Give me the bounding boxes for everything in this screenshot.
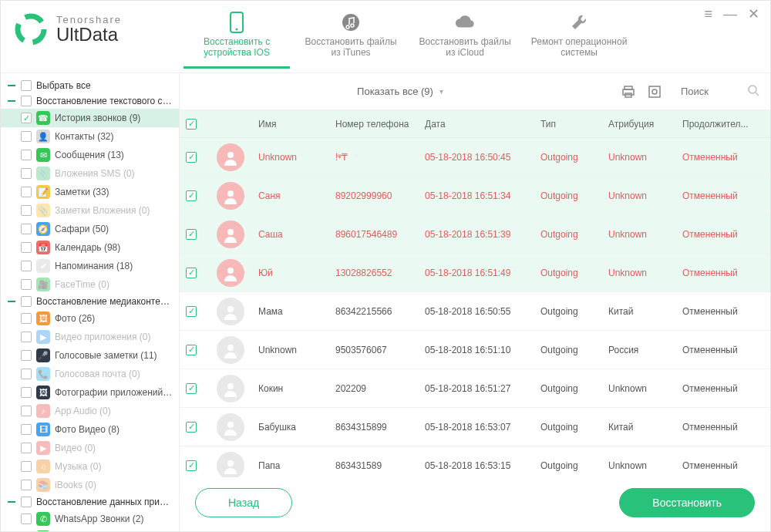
table-row[interactable]: Бабушка863431589905-18-2018 16:53:07Outg… [180,408,770,446]
sidebar-item[interactable]: 📚iBooks (0) [1,476,179,494]
sidebar[interactable]: Выбрать всеВосстановление текстового сод… [1,73,180,531]
sidebar-group[interactable]: Восстановление медиаконтента [1,294,179,309]
checkbox[interactable] [21,279,32,290]
tab-recover-icloud[interactable]: Восстановить файлы из iCloud [412,8,518,69]
row-checkbox[interactable] [186,306,197,317]
sidebar-item[interactable]: ✉Сообщения (13) [1,146,179,164]
checkbox[interactable] [21,168,32,179]
table-row[interactable]: Кокин20220905-18-2018 16:51:27OutgoingUn… [180,369,770,408]
checkbox[interactable] [21,461,32,472]
row-checkbox[interactable] [186,268,197,278]
row-checkbox[interactable] [186,345,197,355]
checkbox[interactable] [21,224,32,234]
row-checkbox[interactable] [186,383,197,394]
search-icon[interactable] [747,84,759,99]
checkbox[interactable] [21,332,32,342]
tab-repair-os[interactable]: Ремонт операционной системы [526,8,632,69]
col-attribution[interactable]: Атрибуция [608,119,682,130]
sidebar-item[interactable]: 🧭Сафари (50) [1,220,179,238]
checkbox[interactable] [21,261,32,271]
filter-dropdown[interactable]: Показать все (9) ▾ [190,86,610,97]
table-row[interactable]: Юй1302882655205-18-2018 16:51:49Outgoing… [180,254,770,292]
sidebar-item[interactable]: 🎞Фото Видео (8) [1,420,179,439]
checkbox[interactable] [21,131,32,142]
checkbox[interactable] [21,406,32,416]
sidebar-item[interactable]: ☎История звонков (9) [1,109,179,127]
sidebar-item[interactable]: 🖼Фото (26) [1,309,179,328]
sidebar-item[interactable]: 🖼Фотографии приложений (24 [1,383,179,402]
checkbox[interactable] [21,313,32,324]
cell-type: Outgoing [540,229,608,240]
row-checkbox[interactable] [186,190,197,201]
checkbox[interactable] [21,387,32,398]
sidebar-item[interactable]: ✔Напоминания (18) [1,257,179,275]
disclosure-icon[interactable] [7,497,16,507]
cell-attribution: Россия [608,345,682,355]
table-row[interactable]: Саня8920299996005-18-2018 16:51:34Outgoi… [180,177,770,215]
sidebar-item[interactable]: ♫Музыка (0) [1,457,179,476]
sidebar-group[interactable]: Восстановление текстового содержи [1,93,179,109]
row-checkbox[interactable] [186,152,197,163]
checkbox[interactable] [21,205,32,216]
sidebar-item[interactable]: 📅Календарь (98) [1,238,179,257]
select-all-checkbox[interactable] [186,119,197,130]
row-checkbox[interactable] [186,460,197,471]
sidebar-item-label: Контакты (32) [55,131,114,142]
minimize-icon[interactable]: — [723,7,737,21]
sidebar-item[interactable]: 🎤Голосовые заметки (11) [1,346,179,365]
col-date[interactable]: Дата [425,119,540,130]
checkbox[interactable] [21,480,32,490]
table-row[interactable]: Саша89601754648905-18-2018 16:51:39Outgo… [180,215,770,254]
checkbox[interactable] [21,424,32,435]
col-duration[interactable]: Продолжител... [682,119,764,130]
sidebar-item[interactable]: 📝Заметки (33) [1,183,179,201]
checkbox[interactable] [21,150,32,160]
sidebar-item[interactable]: ✆WhatsApp Звонки (2) [1,510,179,528]
sidebar-group-label: Восстановление текстового содержи [36,96,174,106]
table-body[interactable]: Unknown!ᵠ₸05-18-2018 16:50:45OutgoingUnk… [180,138,770,477]
back-button[interactable]: Назад [195,488,292,517]
search-input[interactable] [681,86,727,97]
checkbox[interactable] [21,187,32,197]
sidebar-item[interactable]: ♪App Audio (0) [1,402,179,420]
sidebar-item[interactable]: ▶Видео (0) [1,439,179,457]
table-row[interactable]: Мама8634221556605-18-2018 16:50:55Outgoi… [180,292,770,331]
checkbox[interactable] [21,96,32,106]
sidebar-item[interactable]: ✉Сообщения WhatsApp (3) [1,528,179,531]
col-type[interactable]: Тип [540,119,608,130]
tab-recover-ios[interactable]: Восстановить с устройства IOS [183,8,290,69]
table-row[interactable]: Папа86343158905-18-2018 16:53:15Outgoing… [180,446,770,477]
sidebar-item[interactable]: 📞Голосовая почта (0) [1,365,179,383]
disclosure-icon[interactable] [7,297,16,306]
close-icon[interactable]: ✕ [748,7,759,21]
table-row[interactable]: Unknown950357606705-18-2018 16:51:10Outg… [180,331,770,369]
col-name[interactable]: Имя [258,119,335,130]
checkbox[interactable] [21,80,32,91]
checkbox[interactable] [21,443,32,453]
disclosure-icon[interactable] [7,96,16,106]
checkbox[interactable] [21,497,32,507]
sidebar-item[interactable]: 🎥FaceTime (0) [1,275,179,294]
recover-button[interactable]: Восстановить [619,488,755,517]
sidebar-group[interactable]: Выбрать все [1,78,179,93]
checkbox[interactable] [21,113,32,123]
checkbox[interactable] [21,513,32,524]
row-checkbox[interactable] [186,229,197,240]
checkbox[interactable] [21,242,32,253]
checkbox[interactable] [21,296,32,307]
sidebar-item[interactable]: 👤Контакты (32) [1,127,179,146]
sidebar-item[interactable]: ▶Видео приложения (0) [1,328,179,346]
disclosure-icon[interactable] [7,81,16,90]
row-checkbox[interactable] [186,422,197,433]
settings-icon[interactable] [647,84,662,99]
col-phone[interactable]: Номер телефона [335,119,425,130]
sidebar-group[interactable]: Восстановление данных приложений [1,494,179,510]
checkbox[interactable] [21,350,32,361]
sidebar-item[interactable]: 📎Вложения SMS (0) [1,164,179,183]
print-icon[interactable] [621,84,636,99]
menu-icon[interactable]: ≡ [704,7,712,21]
sidebar-item[interactable]: 📎Заметки Вложения (0) [1,201,179,220]
table-row[interactable]: Unknown!ᵠ₸05-18-2018 16:50:45OutgoingUnk… [180,138,770,177]
tab-recover-itunes[interactable]: Восстановить файлы из iTunes [298,8,404,69]
checkbox[interactable] [21,369,32,379]
